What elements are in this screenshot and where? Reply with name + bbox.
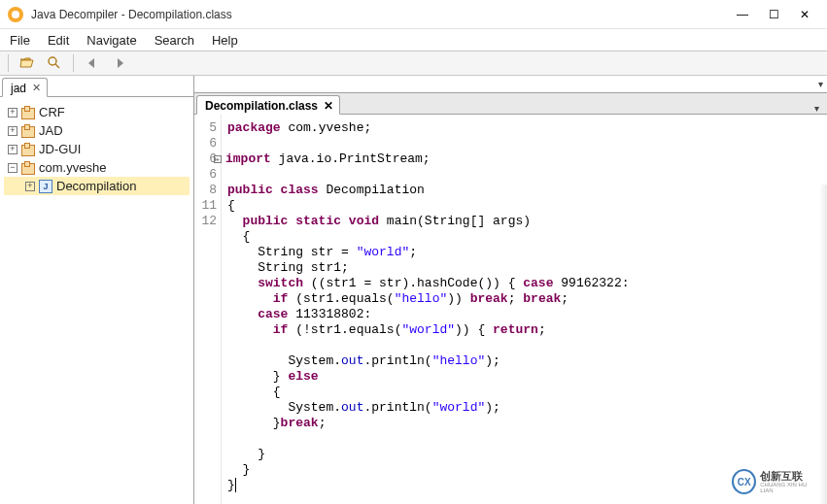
tree-item-label: CRF <box>39 105 65 119</box>
nav-back-button[interactable] <box>82 53 103 73</box>
expand-icon[interactable] <box>8 145 17 154</box>
code-line: System.out.println("world"); <box>227 400 827 416</box>
code-line: { <box>227 385 827 400</box>
editor-tabs: Decompilation.class ✕ ▾ <box>194 93 827 115</box>
code-line: if (str1.equals("hello")) break; break; <box>227 291 827 307</box>
code-line: public static void main(String[] args) <box>227 214 827 229</box>
open-file-button[interactable] <box>17 53 38 73</box>
code-line: case 113318802: <box>227 307 827 322</box>
code-line <box>227 431 827 447</box>
minimize-pane-icon[interactable]: ▾ <box>818 79 823 89</box>
expand-icon[interactable] <box>8 108 17 118</box>
toolbar-separator <box>8 54 9 72</box>
tab-jad[interactable]: jad ✕ <box>2 78 48 97</box>
tab-decompilation[interactable]: Decompilation.class ✕ <box>196 95 340 115</box>
code-line: if (!str1.equals("world")) { return; <box>227 322 827 338</box>
code-line: String str = "world"; <box>227 245 827 260</box>
tree-item-jd-gui[interactable]: JD-GUI <box>4 140 190 158</box>
toolbar-separator <box>73 54 74 72</box>
fold-icon[interactable]: + <box>214 155 222 163</box>
code-line: String str1; <box>227 260 827 276</box>
code-line <box>227 338 827 353</box>
package-icon <box>21 124 35 138</box>
code-line: +import java.io.PrintStream; <box>227 151 827 167</box>
editor-pane: ▾ Decompilation.class ✕ ▾ 566681112 pack… <box>194 76 827 504</box>
maximize-button[interactable]: ☐ <box>767 8 780 21</box>
project-explorer: jad ✕ CRFJADJD-GUIcom.yvesheDecompilatio… <box>0 76 194 504</box>
cursor <box>235 478 236 492</box>
line-number: 8 <box>194 183 217 198</box>
expand-icon[interactable] <box>8 126 17 136</box>
menu-search[interactable]: Search <box>155 33 194 48</box>
close-icon[interactable]: ✕ <box>32 82 41 94</box>
toolbar <box>0 50 827 76</box>
menu-edit[interactable]: Edit <box>48 33 69 48</box>
menu-file[interactable]: File <box>10 33 30 48</box>
tab-label: jad <box>11 82 26 95</box>
code-line <box>227 136 827 151</box>
line-number: 6 <box>194 167 217 183</box>
class-icon <box>39 180 52 193</box>
svg-point-0 <box>49 57 56 65</box>
collapse-icon[interactable] <box>8 163 17 173</box>
close-icon[interactable]: ✕ <box>324 99 333 113</box>
tree-item-label: com.yveshe <box>39 160 106 175</box>
package-icon <box>21 106 35 119</box>
package-icon <box>21 143 35 156</box>
close-button[interactable]: ✕ <box>798 8 811 21</box>
code-line: { <box>227 229 827 245</box>
client-area: jad ✕ CRFJADJD-GUIcom.yvesheDecompilatio… <box>0 76 827 504</box>
window-title: Java Decompiler - Decompilation.class <box>31 8 736 21</box>
window-controls: — ☐ ✕ <box>736 8 819 21</box>
tree-item-crf[interactable]: CRF <box>4 103 190 121</box>
app-icon <box>8 7 23 22</box>
watermark-logo: CX <box>732 469 756 494</box>
line-number: 12 <box>194 214 217 229</box>
code-line <box>227 167 827 183</box>
code-line: { <box>227 198 827 214</box>
editor-top-strip: ▾ <box>194 76 827 93</box>
watermark-subtext: CHUANG XIN HU LIAN <box>760 482 819 493</box>
gutter-line-numbers: 566681112 <box>194 115 222 504</box>
minimize-button[interactable]: — <box>736 8 749 21</box>
tree-item-label: Decompilation <box>56 179 136 193</box>
tab-overflow-icon[interactable]: ▾ <box>814 103 825 114</box>
watermark: CX 创新互联 CHUANG XIN HU LIAN <box>732 467 819 496</box>
titlebar: Java Decompiler - Decompilation.class — … <box>0 0 827 29</box>
menu-help[interactable]: Help <box>212 33 238 48</box>
code-line: switch ((str1 = str).hashCode()) { case … <box>227 276 827 291</box>
code-content[interactable]: package com.yveshe; +import java.io.Prin… <box>222 115 827 504</box>
code-line: } else <box>227 369 827 385</box>
menubar: File Edit Navigate Search Help <box>0 29 827 50</box>
package-icon <box>21 161 35 175</box>
right-shadow <box>819 185 827 504</box>
line-number: 5 <box>194 120 217 136</box>
menu-navigate[interactable]: Navigate <box>86 33 136 48</box>
search-button[interactable] <box>44 53 65 73</box>
code-line: package com.yveshe; <box>227 120 827 136</box>
code-line: }break; <box>227 416 827 431</box>
line-number: 6 <box>194 136 217 151</box>
code-line: public class Decompilation <box>227 183 827 198</box>
tree-item-com-yveshe[interactable]: com.yveshe <box>4 158 190 177</box>
tree-item-decompilation[interactable]: Decompilation <box>4 177 190 195</box>
expand-icon[interactable] <box>25 182 35 191</box>
project-tree[interactable]: CRFJADJD-GUIcom.yvesheDecompilation <box>0 97 193 504</box>
explorer-tabs: jad ✕ <box>0 76 193 97</box>
watermark-text: 创新互联 <box>760 471 819 482</box>
tab-label: Decompilation.class <box>205 99 318 113</box>
line-number: 11 <box>194 198 217 214</box>
code-line: System.out.println("hello"); <box>227 353 827 369</box>
tree-item-label: JAD <box>39 123 63 138</box>
tree-item-jad[interactable]: JAD <box>4 121 190 140</box>
tree-item-label: JD-GUI <box>39 142 81 156</box>
code-line: } <box>227 447 827 462</box>
code-editor[interactable]: 566681112 package com.yveshe; +import ja… <box>194 115 827 504</box>
nav-forward-button[interactable] <box>109 53 130 73</box>
